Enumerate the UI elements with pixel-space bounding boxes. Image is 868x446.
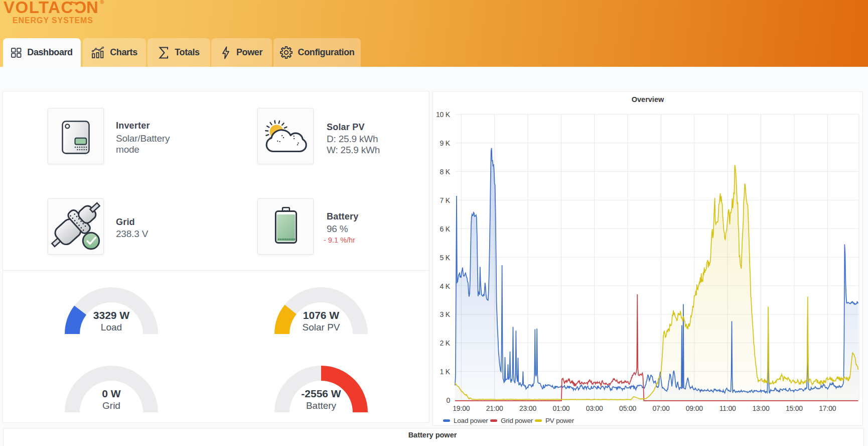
svg-text:13:00: 13:00 [752, 404, 769, 412]
svg-text:6 K: 6 K [440, 225, 451, 233]
svg-text:0: 0 [446, 396, 450, 404]
svg-text:2 K: 2 K [440, 339, 451, 347]
svg-text:15:00: 15:00 [786, 404, 803, 412]
svg-text:3 K: 3 K [440, 310, 451, 318]
svg-text:7 K: 7 K [440, 196, 451, 204]
svg-text:1 K: 1 K [440, 368, 451, 376]
svg-text:23:00: 23:00 [519, 404, 536, 412]
svg-text:8 K: 8 K [440, 168, 451, 176]
svg-text:11:00: 11:00 [719, 404, 736, 412]
svg-text:5 K: 5 K [440, 254, 451, 262]
svg-text:17:00: 17:00 [819, 404, 836, 412]
svg-text:07:00: 07:00 [652, 404, 669, 412]
svg-text:19:00: 19:00 [453, 404, 470, 412]
svg-text:03:00: 03:00 [586, 404, 603, 412]
svg-text:9 K: 9 K [440, 139, 451, 147]
svg-text:21:00: 21:00 [486, 404, 503, 412]
svg-text:05:00: 05:00 [619, 404, 636, 412]
svg-text:4 K: 4 K [440, 282, 451, 290]
svg-text:09:00: 09:00 [686, 404, 703, 412]
svg-text:01:00: 01:00 [552, 404, 569, 412]
svg-text:10 K: 10 K [436, 110, 451, 119]
